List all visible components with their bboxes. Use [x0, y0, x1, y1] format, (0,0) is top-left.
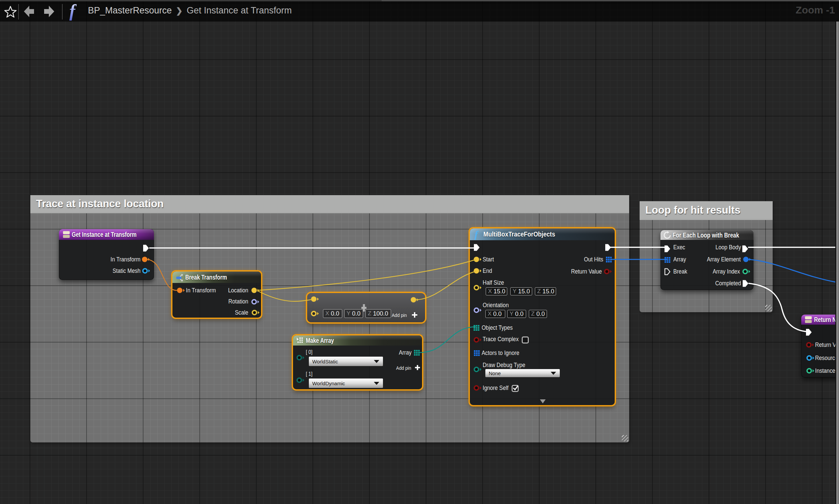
svg-text:f: f: [69, 2, 77, 20]
